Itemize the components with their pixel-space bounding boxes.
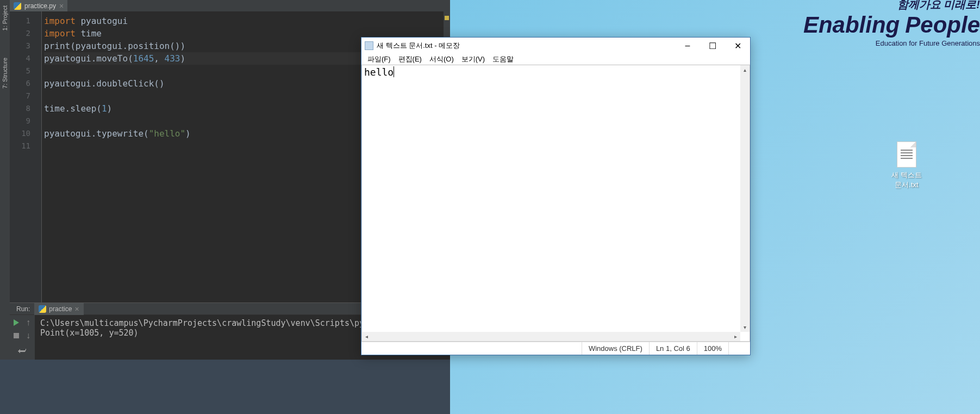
close-button[interactable]: ✕ (725, 38, 750, 54)
wrap-icon[interactable]: ⮨ (18, 347, 27, 357)
close-icon[interactable]: × (74, 305, 79, 313)
slogan-kr: 함께가요 미래로! (803, 0, 980, 12)
run-tab[interactable]: practice × (34, 303, 83, 315)
sidebar-tab-project[interactable]: 1: Project (1, 3, 9, 33)
scrollbar-horizontal[interactable]: ◂ ▸ (362, 332, 740, 341)
desktop-file-icon[interactable]: 새 텍스트 문서.txt (888, 141, 926, 190)
status-zoom: 100% (697, 342, 728, 355)
editor-tab-practice[interactable]: practice.py × (10, 0, 67, 11)
text-cursor (394, 66, 394, 77)
editor-tabbar: practice.py × (10, 0, 450, 11)
run-button[interactable] (12, 318, 21, 327)
stop-button[interactable] (12, 331, 21, 340)
menu-edit[interactable]: 편집(E) (395, 53, 426, 65)
close-icon[interactable]: × (59, 2, 64, 10)
scroll-down-icon[interactable]: ▾ (740, 323, 750, 332)
notepad-titlebar[interactable]: 새 텍스트 문서.txt - 메모장 – ☐ ✕ (361, 38, 750, 54)
warning-marker (445, 16, 449, 20)
status-spacer (728, 342, 750, 355)
python-icon (14, 2, 21, 10)
ide-sidebar: 1: Project 7: Structure (0, 0, 10, 360)
scroll-up-icon[interactable]: ▴ (740, 65, 750, 75)
notepad-content-wrap: hello ▴ ▾ ◂ ▸ (361, 65, 750, 342)
tab-label: practice.py (24, 2, 56, 10)
notepad-textarea[interactable]: hello (362, 65, 740, 332)
run-controls: ↑ ↓ ⮨ (10, 315, 35, 360)
notepad-statusbar: Windows (CRLF) Ln 1, Col 6 100% (361, 342, 750, 355)
slogan-subtext: Education for Future Generations (803, 39, 980, 47)
line-gutter: 1 2 3 4 5 6 7 8 9 10 11 (10, 11, 41, 302)
minimize-button[interactable]: – (675, 38, 700, 54)
scroll-right-icon[interactable]: ▸ (731, 332, 740, 341)
maximize-button[interactable]: ☐ (700, 38, 725, 54)
slogan-en: Enabling People (803, 12, 980, 38)
status-position: Ln 1, Col 6 (649, 342, 697, 355)
menu-help[interactable]: 도움말 (489, 53, 517, 65)
desktop-branding: 함께가요 미래로! Enabling People Education for … (803, 0, 980, 47)
status-crlf: Windows (CRLF) (582, 342, 649, 355)
notepad-title: 새 텍스트 문서.txt - 메모장 (377, 41, 675, 51)
text-file-icon (897, 141, 916, 168)
menu-format[interactable]: 서식(O) (426, 53, 458, 65)
sidebar-tab-structure[interactable]: 7: Structure (1, 55, 9, 91)
scrollbar-vertical[interactable]: ▴ ▾ (740, 65, 750, 332)
down-button[interactable]: ↓ (24, 331, 33, 340)
menu-view[interactable]: 보기(V) (458, 53, 489, 65)
menu-file[interactable]: 파일(F) (364, 53, 395, 65)
notepad-icon (365, 41, 373, 50)
scroll-left-icon[interactable]: ◂ (362, 332, 371, 341)
up-button[interactable]: ↑ (24, 318, 33, 327)
desktop-file-label: 새 텍스트 문서.txt (888, 170, 926, 190)
python-icon (39, 305, 46, 313)
notepad-window: 새 텍스트 문서.txt - 메모장 – ☐ ✕ 파일(F) 편집(E) 서식(… (361, 37, 751, 355)
notepad-menubar: 파일(F) 편집(E) 서식(O) 보기(V) 도움말 (361, 54, 750, 65)
run-label: Run: (12, 305, 34, 313)
code-line-1: import pyautogui (44, 15, 441, 27)
